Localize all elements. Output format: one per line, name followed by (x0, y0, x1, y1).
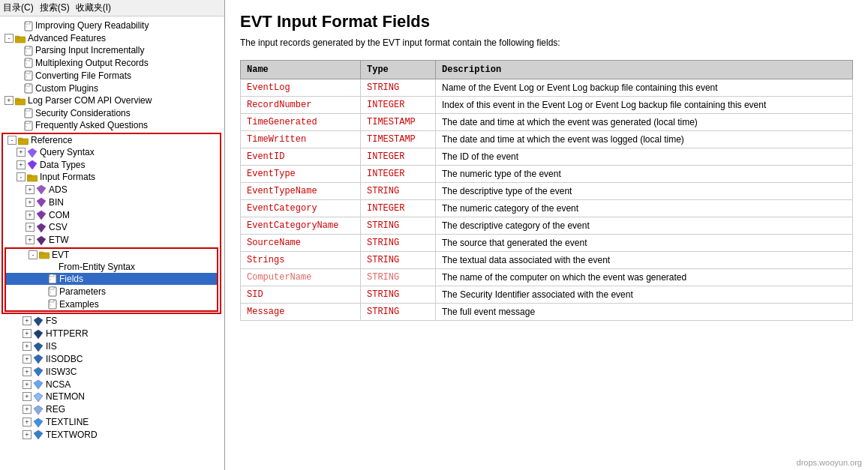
reference-outline-group: -Reference+Query Syntax+Data Types-Input… (2, 133, 221, 314)
table-row: EventTypeINTEGERThe numeric type of the … (241, 166, 853, 183)
gem-icon-fs (33, 316, 44, 327)
expand-icon-com[interactable]: + (26, 211, 35, 220)
svg-marker-34 (37, 223, 46, 232)
sidebar-label-netmon: NETMON (46, 391, 85, 402)
menu-contents[interactable]: 目录(C) (3, 1, 34, 14)
sidebar-item-multiplexing[interactable]: ?Multiplexing Output Records (0, 57, 224, 70)
sidebar-item-security[interactable]: ?Security Considerations (0, 106, 224, 119)
sidebar-item-textword[interactable]: +TEXTWORD (0, 429, 224, 442)
sidebar-item-fromentity[interactable]: From-Entity Syntax (6, 261, 217, 273)
doc-icon-fields: ? (48, 274, 57, 285)
expand-icon-httperr[interactable]: + (23, 329, 32, 338)
sidebar-item-etw[interactable]: +ETW (3, 234, 220, 247)
sidebar-item-fields[interactable]: ?Fields (6, 273, 217, 286)
table-row: RecordNumberINTEGERIndex of this event i… (241, 97, 853, 114)
cell-name: SourceName (241, 235, 361, 252)
cell-desc: The source that generated the event (436, 235, 853, 252)
table-row: StringsSTRINGThe textual data associated… (241, 252, 853, 269)
sidebar-item-improving[interactable]: ?Improving Query Readability (0, 19, 224, 32)
sidebar-item-netmon[interactable]: +NETMON (0, 391, 224, 403)
svg-marker-56 (34, 430, 43, 439)
doc-icon-improving: ? (24, 20, 33, 31)
expand-icon-iisodbc[interactable]: + (23, 355, 32, 364)
svg-marker-27 (28, 148, 37, 157)
sidebar-label-querysyntax: Query Syntax (40, 147, 95, 157)
sidebar-item-httperr[interactable]: +HTTPERR (0, 328, 224, 340)
svg-rect-42 (50, 287, 54, 289)
gem-icon-textline (33, 417, 44, 428)
sidebar-item-parsing[interactable]: ?Parsing Input Incrementally (0, 44, 224, 57)
folder-icon-evt (39, 250, 50, 260)
gem-icon-textword (33, 430, 44, 441)
expand-icon-bin[interactable]: + (26, 198, 35, 207)
sidebar-label-fs: FS (46, 316, 57, 326)
menu-favorites[interactable]: 收藏夹(I) (76, 1, 111, 14)
svg-marker-53 (34, 393, 43, 402)
cell-type: STRING (361, 304, 436, 321)
sidebar-item-custom[interactable]: ?Custom Plugins (0, 82, 224, 94)
svg-rect-26 (18, 138, 23, 140)
sidebar-item-logparser[interactable]: +Log Parser COM API Overview (0, 94, 224, 106)
expand-icon-iis[interactable]: + (23, 342, 32, 351)
expand-icon-csv[interactable]: + (26, 223, 35, 232)
sidebar-label-inputformats: Input Formats (40, 172, 95, 182)
svg-marker-33 (37, 211, 46, 220)
expand-icon-fs[interactable]: + (23, 316, 32, 325)
expand-icon-evt[interactable]: - (29, 250, 38, 259)
expand-icon-inputformats[interactable]: - (17, 172, 26, 181)
cell-name: EventCategoryName (241, 217, 361, 235)
sidebar-item-querysyntax[interactable]: +Query Syntax (3, 146, 220, 159)
sidebar-label-improving: Improving Query Readability (35, 20, 149, 31)
sidebar-item-ads[interactable]: +ADS (3, 183, 220, 196)
sidebar-item-faq[interactable]: ?Frequently Asked Questions (0, 119, 224, 132)
expand-icon-reg[interactable]: + (23, 405, 32, 414)
sidebar-item-reference[interactable]: -Reference (3, 134, 220, 146)
expand-icon-datatypes[interactable]: + (17, 160, 26, 169)
cell-type: INTEGER (361, 166, 436, 183)
sidebar-item-advanced[interactable]: -Advanced Features (0, 32, 224, 44)
gem-icon-com (36, 209, 47, 220)
sidebar-item-parameters[interactable]: ?Parameters (6, 285, 217, 298)
menu-search[interactable]: 搜索(S) (40, 1, 70, 14)
svg-rect-4 (15, 36, 20, 38)
sidebar-item-textline[interactable]: +TEXTLINE (0, 416, 224, 429)
sidebar-item-iisodbc[interactable]: +IISODBC (0, 353, 224, 366)
sidebar-item-bin[interactable]: +BIN (3, 196, 220, 208)
sidebar-item-csv[interactable]: +CSV (3, 221, 220, 234)
sidebar-item-examples[interactable]: ?Examples (6, 298, 217, 310)
svg-marker-54 (34, 406, 43, 415)
sidebar-label-datatypes: Data Types (40, 160, 85, 170)
expand-icon-textline[interactable]: + (23, 418, 32, 427)
sidebar-item-datatypes[interactable]: +Data Types (3, 159, 220, 172)
expand-icon-ncsa[interactable]: + (23, 380, 32, 389)
sidebar-item-reg[interactable]: +REG (0, 403, 224, 416)
sidebar-item-ncsa[interactable]: +NCSA (0, 378, 224, 391)
expand-icon-querysyntax[interactable]: + (17, 148, 26, 157)
expand-icon-iisw3c[interactable]: + (23, 367, 32, 376)
expand-icon-etw[interactable]: + (26, 235, 35, 244)
expand-icon-advanced[interactable]: - (5, 34, 14, 43)
sidebar-label-ads: ADS (49, 184, 68, 195)
cell-desc: Index of this event in the Event Log or … (436, 97, 853, 114)
cell-desc: The descriptive category of the event (436, 217, 853, 235)
watermark: drops.wooyun.org (797, 458, 862, 467)
sidebar-item-iis[interactable]: +IIS (0, 340, 224, 353)
expand-icon-netmon[interactable]: + (23, 392, 32, 401)
sidebar-item-fs[interactable]: +FS (0, 315, 224, 328)
sidebar-item-evt[interactable]: -EVT (6, 249, 217, 261)
table-row: SIDSTRINGThe Security Identifier associa… (241, 286, 853, 304)
svg-marker-47 (34, 317, 43, 326)
sidebar-item-converting[interactable]: ?Converting File Formats (0, 69, 224, 82)
cell-type: STRING (361, 235, 436, 252)
sidebar-item-iisw3c[interactable]: +IISW3C (0, 365, 224, 378)
cell-type: STRING (361, 252, 436, 269)
expand-icon-reference[interactable]: - (8, 136, 17, 145)
sidebar-label-textline: TEXTLINE (46, 417, 89, 427)
sidebar-item-inputformats[interactable]: -Input Formats (3, 171, 220, 183)
expand-icon-ads[interactable]: + (26, 185, 35, 194)
table-row: TimeWrittenTIMESTAMPThe date and time at… (241, 131, 853, 148)
expand-icon-logparser[interactable]: + (5, 96, 14, 105)
gem-icon-iisw3c (33, 366, 44, 377)
expand-icon-textword[interactable]: + (23, 430, 32, 439)
sidebar-item-com[interactable]: +COM (3, 208, 220, 221)
